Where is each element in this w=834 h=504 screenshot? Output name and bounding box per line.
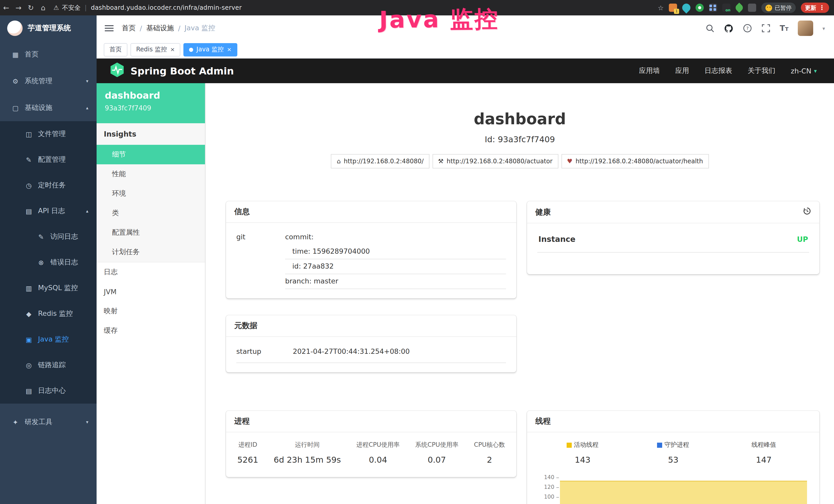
extension-icon-2[interactable] [680, 2, 692, 13]
file-icon: ◫ [25, 130, 33, 138]
sidebar-item-api-log[interactable]: ▤ API 日志 ▴ [0, 198, 96, 224]
sba-brand-title[interactable]: Spring Boot Admin [130, 65, 234, 76]
wrench-icon: ⚒ [438, 158, 444, 165]
sidebar-item-access-log[interactable]: ✎ 访问日志 [0, 224, 96, 250]
instance-name: dashboard [105, 90, 197, 101]
history-icon[interactable] [803, 207, 811, 217]
extension-icon-1[interactable]: 1 [669, 4, 677, 12]
fullscreen-icon[interactable] [761, 24, 771, 33]
sba-nav-journal[interactable]: 日志报表 [705, 66, 732, 75]
bookmark-star-icon[interactable]: ☆ [658, 4, 664, 12]
home-icon[interactable]: ⌂ [37, 4, 49, 12]
sidebar-item-log-center[interactable]: ▤ 日志中心 [0, 378, 96, 404]
extension-icon-4[interactable] [709, 4, 717, 12]
page-instance-id: Id: 93a3fc7f7409 [205, 135, 834, 144]
sidebar-item-home[interactable]: ▦ 首页 [0, 41, 96, 68]
forward-icon[interactable]: → [12, 4, 25, 12]
clock-icon: ◷ [25, 182, 33, 189]
font-size-icon[interactable]: TT [780, 24, 789, 33]
log-center-icon: ▤ [25, 387, 33, 395]
info-line: commit: [285, 230, 506, 245]
breadcrumb-home[interactable]: 首页 [122, 24, 136, 33]
help-icon[interactable]: ? [743, 24, 752, 33]
app-sidebar: 芋道管理系统 ▦ 首页 ⚙ 系统管理 ▾ ▢ 基础设施 ▴ ◫ 文件管理 ✎ 配… [0, 16, 96, 504]
close-icon[interactable]: × [227, 46, 232, 53]
sba-item-jvm[interactable]: JVM [96, 282, 205, 301]
app-logo-row[interactable]: 芋道管理系统 [0, 16, 96, 41]
instance-link-actuator[interactable]: ⚒ http://192.168.0.2:48080/actuator [432, 154, 558, 168]
sba-item-environment[interactable]: 环境 [96, 184, 205, 203]
sidebar-item-devtools[interactable]: ✦ 研发工具 ▾ [0, 409, 96, 435]
sba-item-details[interactable]: 细节 [96, 145, 205, 164]
tab-redis-monitor[interactable]: Redis 监控 × [130, 43, 180, 56]
sba-item-scheduled-tasks[interactable]: 计划任务 [96, 243, 205, 262]
sba-instance-header[interactable]: dashboard 93a3fc7f7409 [96, 83, 205, 123]
extension-icon-5[interactable]: on [722, 4, 730, 12]
sidebar-item-files[interactable]: ◫ 文件管理 [0, 121, 96, 147]
error-log-icon: ⊗ [37, 258, 45, 266]
sba-item-configprops[interactable]: 配置属性 [96, 223, 205, 243]
extension-icon-3[interactable] [696, 4, 704, 12]
metadata-card-title: 元数据 [226, 315, 516, 337]
instance-link-service[interactable]: ⌂ http://192.168.0.2:48080/ [331, 154, 429, 168]
github-icon[interactable] [724, 23, 733, 33]
browser-menu-icon[interactable]: ⋮ [819, 4, 825, 11]
chevron-down-icon: ▾ [86, 419, 88, 425]
health-card-title: 健康 [535, 207, 551, 217]
chevron-down-icon[interactable]: ▾ [822, 25, 825, 31]
sidebar-item-config[interactable]: ✎ 配置管理 [0, 147, 96, 173]
sidebar-toggle-icon[interactable] [105, 24, 113, 33]
top-header: 首页 / 基础设施 / Java 监控 ? TT ▾ [96, 16, 834, 41]
sba-item-classes[interactable]: 类 [96, 203, 205, 223]
search-icon[interactable] [705, 24, 715, 33]
instance-link-health[interactable]: ♥ http://192.168.0.2:48080/actuator/heal… [561, 154, 709, 168]
sba-logo-icon[interactable] [110, 62, 124, 79]
browser-toolbar: ← → ↻ ⌂ ⚠ 不安全 | dashboard.yudao.iocoder.… [0, 0, 834, 16]
sidebar-item-java-monitor[interactable]: ▣ Java 监控 [0, 327, 96, 352]
chart-plot-area [559, 474, 807, 504]
tools-icon: ✦ [11, 418, 20, 426]
update-button[interactable]: 更新 ⋮ [801, 3, 829, 13]
sidebar-item-system[interactable]: ⚙ 系统管理 ▾ [0, 68, 96, 94]
sba-nav-wallboard[interactable]: 应用墙 [639, 66, 660, 75]
tab-java-monitor[interactable]: Java 监控 × [184, 43, 237, 56]
home-icon: ⌂ [337, 158, 341, 165]
instance-links: ⌂ http://192.168.0.2:48080/ ⚒ http://192… [205, 154, 834, 168]
close-icon[interactable]: × [170, 46, 175, 53]
sba-item-logs[interactable]: 日志 [96, 262, 205, 282]
sidebar-item-mysql[interactable]: ▥ MySQL 监控 [0, 275, 96, 301]
address-bar[interactable]: ⚠ 不安全 | dashboard.yudao.iocoder.cn/infra… [53, 3, 242, 12]
mysql-icon: ▥ [25, 284, 33, 292]
breadcrumb-infra[interactable]: 基础设施 [146, 24, 174, 33]
tab-home[interactable]: 首页 [104, 43, 127, 56]
infra-icon: ▢ [11, 104, 20, 112]
info-card: 信息 git commit: time: 1596289704000 id: 2… [226, 201, 516, 298]
metadata-key: startup [236, 347, 293, 356]
legend-square-yellow [567, 442, 572, 448]
sba-nav-about[interactable]: 关于我们 [748, 66, 775, 75]
extension-icon-6[interactable] [734, 3, 744, 13]
sidebar-item-infra[interactable]: ▢ 基础设施 ▴ [0, 94, 96, 121]
app-logo [7, 21, 23, 36]
stat-uptime: 运行时间 6d 23h 15m 59s [274, 441, 341, 465]
paused-badge[interactable]: 已暂停 [761, 3, 796, 13]
sba-item-metrics[interactable]: 性能 [96, 164, 205, 184]
info-line: branch: master [285, 274, 506, 289]
reload-icon[interactable]: ↻ [25, 4, 37, 12]
sidebar-item-jobs[interactable]: ◷ 定时任务 [0, 173, 96, 198]
paused-label: 已暂停 [775, 4, 792, 12]
sba-locale-select[interactable]: zh-CN ▾ [791, 67, 817, 75]
user-avatar[interactable] [798, 21, 813, 36]
back-icon[interactable]: ← [0, 4, 12, 12]
extension-icon-7[interactable] [748, 4, 756, 12]
sidebar-item-tracing[interactable]: ◎ 链路追踪 [0, 352, 96, 378]
sba-item-caches[interactable]: 缓存 [96, 321, 205, 340]
sidebar-item-redis[interactable]: ◆ Redis 监控 [0, 301, 96, 327]
redis-icon: ◆ [25, 310, 33, 318]
chart-area-series [560, 481, 807, 504]
sidebar-item-error-log[interactable]: ⊗ 错误日志 [0, 250, 96, 275]
infra-submenu: ◫ 文件管理 ✎ 配置管理 ◷ 定时任务 ▤ API 日志 ▴ ✎ 访问日志 ⊗ [0, 121, 96, 404]
health-instance-label: Instance [539, 235, 575, 244]
sba-item-mappings[interactable]: 映射 [96, 301, 205, 321]
sba-nav-applications[interactable]: 应用 [675, 66, 689, 75]
